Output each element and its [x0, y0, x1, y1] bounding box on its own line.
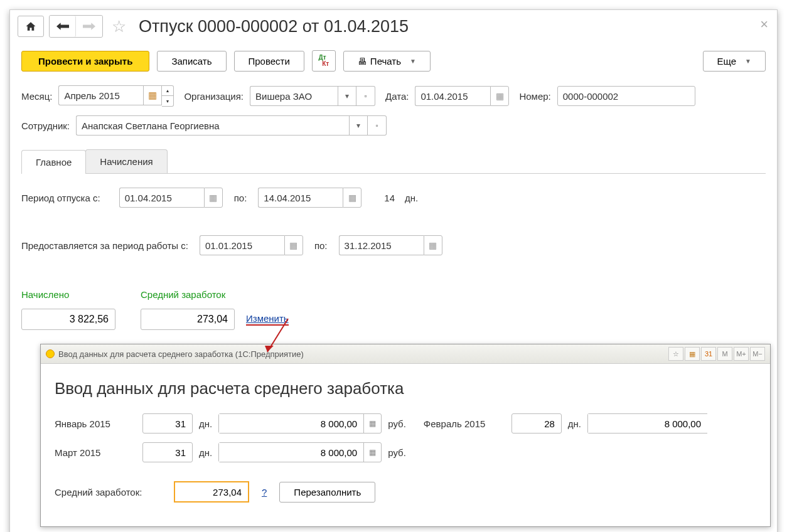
amount-unit: руб. — [388, 418, 406, 429]
home-icon — [25, 21, 36, 32]
month-up-button[interactable]: ▴ — [162, 86, 173, 96]
org-input[interactable]: Вишера ЗАО — [250, 86, 338, 106]
tb-calc-button[interactable]: ▦ — [685, 347, 700, 361]
month1-amount-input[interactable] — [219, 414, 363, 433]
month3-label: Март 2015 — [55, 447, 136, 458]
days-unit: дн. — [199, 447, 212, 458]
popup-avg-input[interactable] — [174, 481, 249, 503]
avg-earnings-input[interactable] — [141, 309, 235, 330]
dtkt-icon: Дт Кт — [319, 55, 329, 67]
chevron-down-icon: ▼ — [410, 58, 416, 65]
debit-credit-button[interactable]: Дт Кт — [312, 50, 336, 72]
post-button[interactable]: Провести — [234, 51, 304, 72]
more-button[interactable]: Еще ▼ — [703, 51, 766, 72]
tb-mplus-button[interactable]: M+ — [734, 347, 749, 361]
more-label: Еще — [717, 56, 737, 66]
month1-days-input[interactable] — [142, 413, 193, 434]
work-to-label: по: — [314, 240, 328, 251]
work-to-input[interactable]: 31.12.2015 — [339, 235, 424, 255]
tb-star-button[interactable]: ☆ — [668, 347, 683, 361]
employee-input[interactable]: Анапская Светлана Георгиевна — [76, 115, 349, 136]
refill-button[interactable]: Перезаполнить — [279, 482, 375, 503]
days-unit: дн. — [405, 193, 418, 203]
vacation-days: 14 — [384, 193, 395, 203]
favorite-star-icon[interactable]: ☆ — [112, 17, 126, 36]
print-button[interactable]: Печать ▼ — [343, 51, 431, 72]
popup-avg-label: Средний заработок: — [55, 487, 168, 497]
close-icon[interactable]: × — [760, 16, 768, 33]
work-from-picker[interactable] — [284, 235, 303, 255]
tb-mminus-button[interactable]: M− — [750, 347, 765, 361]
save-button[interactable]: Записать — [157, 51, 226, 72]
date-label: Дата: — [385, 91, 409, 102]
avg-earnings-popup: Ввод данных для расчета среднего заработ… — [40, 344, 771, 527]
org-label: Организация: — [184, 91, 244, 102]
month-input[interactable]: Апрель 2015 — [58, 85, 143, 105]
post-and-close-button[interactable]: Провести и закрыть — [21, 51, 149, 72]
month3-amount-picker[interactable]: ▦ — [363, 443, 381, 462]
employee-label: Сотрудник: — [21, 120, 70, 131]
amount-unit: руб. — [388, 447, 406, 458]
employee-dropdown-button[interactable]: ▾ — [349, 115, 368, 136]
period-from-label: Период отпуска с: — [21, 193, 100, 203]
print-label: Печать — [370, 56, 401, 66]
org-dropdown-button[interactable]: ▾ — [338, 86, 356, 106]
home-button[interactable] — [18, 16, 44, 37]
month-label: Месяц: — [21, 91, 52, 102]
month2-label: Февраль 2015 — [424, 418, 505, 429]
page-title: Отпуск 0000-000002 от 01.04.2015 — [139, 17, 409, 36]
month3-days-input[interactable] — [142, 442, 193, 462]
work-from-input[interactable]: 01.01.2015 — [200, 235, 284, 255]
tb-m-button[interactable]: M — [717, 347, 732, 361]
month1-amount-picker[interactable]: ▦ — [363, 414, 381, 433]
tab-accruals[interactable]: Начисления — [85, 149, 167, 173]
month1-label: Январь 2015 — [55, 418, 136, 429]
chevron-down-icon: ▼ — [745, 58, 751, 65]
avg-earnings-label: Средний заработок — [141, 289, 289, 300]
accrued-label: Начислено — [21, 289, 115, 300]
number-label: Номер: — [519, 91, 550, 102]
printer-icon — [358, 56, 367, 66]
date-input[interactable]: 01.04.2015 — [415, 86, 490, 106]
employee-open-button[interactable]: ▫ — [368, 115, 387, 136]
to-label: по: — [234, 193, 247, 203]
vacation-to-input[interactable]: 14.04.2015 — [258, 188, 343, 208]
forward-button — [76, 16, 102, 37]
work-period-label: Предоставляется за период работы с: — [21, 240, 188, 251]
accrued-input[interactable] — [21, 309, 115, 330]
popup-heading: Ввод данных для расчета среднего заработ… — [55, 379, 756, 398]
vacation-from-input[interactable]: 01.04.2015 — [119, 188, 204, 208]
change-link[interactable]: Изменить — [246, 313, 289, 326]
vacation-to-picker[interactable] — [343, 188, 361, 208]
month2-days-input[interactable] — [511, 413, 562, 434]
number-input[interactable]: 0000-000002 — [557, 86, 695, 106]
days-unit: дн. — [568, 418, 581, 429]
arrow-right-icon — [83, 22, 95, 31]
help-link[interactable]: ? — [262, 487, 267, 497]
days-unit: дн. — [199, 418, 212, 429]
org-open-button[interactable]: ▫ — [356, 86, 375, 106]
popup-titlebar-text: Ввод данных для расчета среднего заработ… — [58, 349, 304, 359]
vacation-from-picker[interactable] — [204, 188, 223, 208]
arrow-left-icon — [56, 22, 69, 31]
month-picker-button[interactable] — [143, 85, 162, 105]
tab-main[interactable]: Главное — [21, 150, 86, 174]
tb-cal-button[interactable]: 31 — [701, 347, 716, 361]
back-button[interactable] — [50, 16, 76, 37]
month2-amount-input[interactable] — [588, 414, 707, 433]
month-down-button[interactable]: ▾ — [162, 96, 173, 106]
work-to-picker[interactable] — [424, 235, 442, 255]
date-picker-button[interactable] — [490, 86, 509, 106]
month3-amount-input[interactable] — [219, 443, 363, 462]
app-icon — [46, 349, 55, 358]
